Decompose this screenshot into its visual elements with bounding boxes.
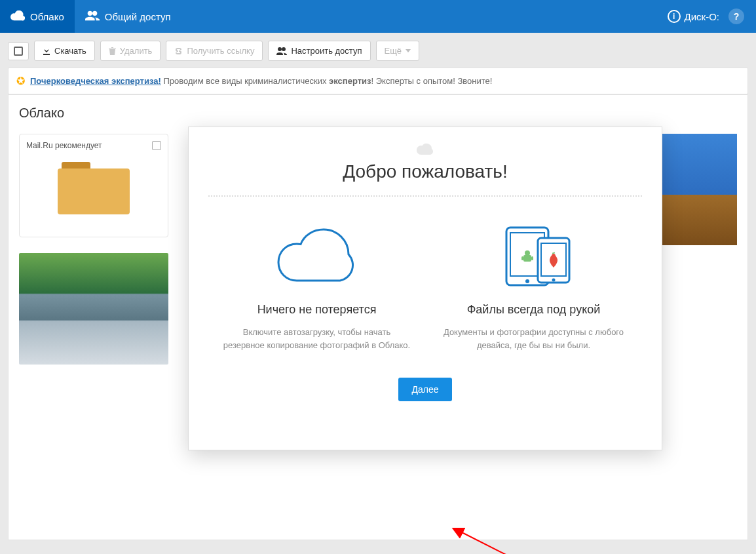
more-button[interactable]: Ещё xyxy=(376,41,420,61)
tab-shared-label: Общий доступ xyxy=(105,11,171,22)
toolbar: Скачать Удалить Получить ссылку Настроит… xyxy=(0,33,756,68)
tab-cloud[interactable]: Облако xyxy=(0,0,75,33)
disk-o-button[interactable]: i Диск-О: xyxy=(668,10,719,23)
tab-cloud-label: Облако xyxy=(30,11,64,22)
get-link-button[interactable]: Получить ссылку xyxy=(166,41,263,61)
image-thumb-hay[interactable] xyxy=(658,134,737,245)
ad-link[interactable]: Почерковедческая экспертиза! xyxy=(30,76,161,86)
svg-point-10 xyxy=(552,254,556,259)
folder-icon xyxy=(58,162,130,214)
configure-access-label: Настроить доступ xyxy=(291,46,362,56)
svg-line-12 xyxy=(461,532,609,554)
cloud-icon xyxy=(417,143,434,155)
ad-text-1: Проводим все виды криминалистических xyxy=(163,76,329,86)
ad-banner: ✪ Почерковедческая экспертиза! Проводим … xyxy=(8,68,748,94)
feature-devices: Файлы всегда под рукой Документы и фотог… xyxy=(439,220,629,351)
main-panel: Облако Mail.Ru рекомендует Добро пожалов… xyxy=(8,94,748,540)
page-title: Облако xyxy=(19,106,737,121)
feature-backup: Ничего не потеряется Включите автозагруз… xyxy=(222,220,412,351)
download-icon xyxy=(43,47,50,55)
ad-text-bold: экспертиз xyxy=(329,76,371,86)
people-icon xyxy=(276,47,287,55)
tile-label: Mail.Ru рекомендует xyxy=(26,141,102,150)
svg-rect-4 xyxy=(523,255,531,262)
checkbox-icon xyxy=(14,47,23,56)
svg-rect-5 xyxy=(521,256,523,260)
delete-button[interactable]: Удалить xyxy=(100,41,161,61)
svg-point-9 xyxy=(552,279,555,282)
divider xyxy=(208,195,642,197)
tile-checkbox[interactable] xyxy=(152,141,161,150)
more-label: Ещё xyxy=(385,46,402,56)
welcome-modal: Добро пожаловать! Ничего не потеряется В… xyxy=(188,127,662,450)
topbar: Облако Общий доступ i Диск-О: ? xyxy=(0,0,756,33)
trash-icon xyxy=(109,47,116,55)
svg-rect-6 xyxy=(531,256,533,260)
next-button[interactable]: Далее xyxy=(398,378,451,401)
modal-title: Добро пожаловать! xyxy=(343,161,507,182)
ad-text-2: ! Эксперты с опытом! Звоните! xyxy=(371,76,493,86)
feature-body: Документы и фотографии доступны с любого… xyxy=(439,326,629,351)
annotation-arrow xyxy=(451,528,622,554)
cloud-outline-icon xyxy=(222,220,412,292)
feature-title: Файлы всегда под рукой xyxy=(439,303,629,317)
devices-icon xyxy=(439,220,629,292)
tab-shared[interactable]: Общий доступ xyxy=(75,0,181,33)
download-button[interactable]: Скачать xyxy=(34,41,95,61)
svg-point-2 xyxy=(525,279,529,283)
get-link-label: Получить ссылку xyxy=(187,46,254,56)
star-icon: ✪ xyxy=(16,75,25,87)
select-all-checkbox[interactable] xyxy=(8,42,29,60)
cloud-icon xyxy=(10,10,25,23)
chevron-down-icon xyxy=(406,49,411,52)
configure-access-button[interactable]: Настроить доступ xyxy=(268,41,370,61)
svg-point-3 xyxy=(525,250,530,256)
disk-label: Диск-О: xyxy=(685,11,719,22)
delete-label: Удалить xyxy=(120,46,153,56)
disk-icon: i xyxy=(668,10,681,23)
folder-tile-recommend[interactable]: Mail.Ru рекомендует xyxy=(19,134,168,237)
feature-body: Включите автозагрузку, чтобы начать резе… xyxy=(222,326,412,351)
help-button[interactable]: ? xyxy=(728,9,744,24)
link-icon xyxy=(174,47,183,55)
feature-title: Ничего не потеряется xyxy=(222,303,412,317)
download-label: Скачать xyxy=(54,46,86,56)
image-thumb-lake[interactable] xyxy=(19,253,168,365)
people-icon xyxy=(85,10,100,23)
